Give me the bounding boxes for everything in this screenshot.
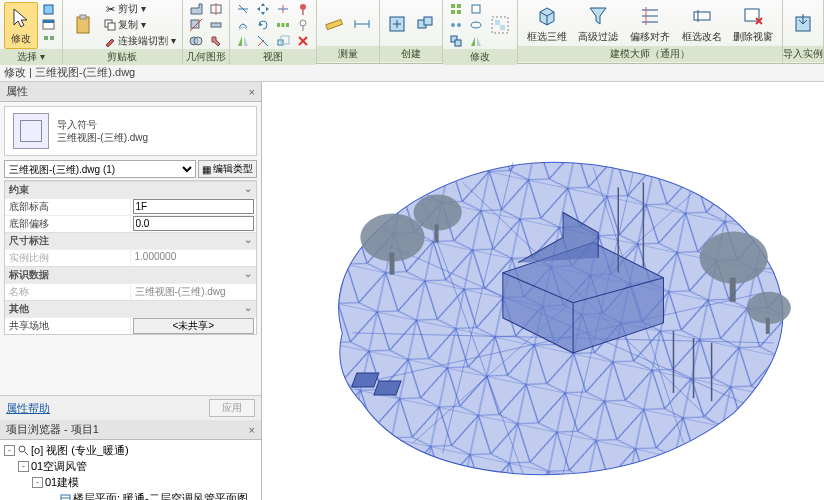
- array-button[interactable]: [274, 17, 292, 33]
- offset-button[interactable]: [234, 17, 252, 33]
- tree-node[interactable]: 楼层平面: 暖通-二层空调风管平面图: [4, 490, 257, 500]
- filter-button[interactable]: [40, 17, 58, 33]
- array3-icon: [449, 18, 463, 32]
- type-prop-button[interactable]: [40, 1, 58, 17]
- ribbon-group-import: 导入实例: [783, 0, 824, 63]
- split-icon: [209, 2, 223, 16]
- tree-toggle[interactable]: -: [18, 461, 29, 472]
- tree-node[interactable]: -01建模: [4, 474, 257, 490]
- type-selector-card[interactable]: 导入符号 三维视图-(三维).dwg: [4, 106, 257, 156]
- tree-toggle[interactable]: -: [4, 445, 15, 456]
- svg-rect-80: [389, 253, 394, 275]
- copy3-button[interactable]: [447, 33, 465, 49]
- svg-point-83: [700, 232, 768, 284]
- align-icon: [236, 2, 250, 16]
- copy-button[interactable]: 复制 ▾: [101, 17, 178, 33]
- join-geom-button[interactable]: [187, 33, 205, 49]
- svg-rect-54: [500, 25, 505, 30]
- grid3d-button[interactable]: [447, 1, 465, 17]
- wall-join-button[interactable]: [207, 17, 225, 33]
- base-offset-input[interactable]: [133, 216, 255, 231]
- project-browser[interactable]: -[o] 视图 (专业_暖通)-01空调风管-01建模楼层平面: 暖通-二层空调…: [0, 440, 261, 500]
- scale-button[interactable]: [274, 33, 292, 49]
- type-thumbnail: [13, 113, 49, 149]
- prop-section-other[interactable]: 其他⌄: [5, 300, 256, 317]
- svg-point-29: [300, 20, 306, 26]
- properties-header[interactable]: 属性 ×: [0, 82, 261, 102]
- pin-icon: [296, 2, 310, 16]
- option3-button[interactable]: [40, 33, 58, 49]
- shared-site-button[interactable]: <未共享>: [133, 318, 255, 334]
- cope-button[interactable]: [187, 1, 205, 17]
- similar-button[interactable]: [412, 12, 438, 36]
- mirror3d-button[interactable]: [467, 33, 485, 49]
- prop-section-identity[interactable]: 标识数据⌄: [5, 266, 256, 283]
- dimension-button[interactable]: [349, 12, 375, 36]
- align-move-button[interactable]: 偏移对齐: [627, 1, 673, 46]
- import-icon: [790, 11, 816, 37]
- rotate-button[interactable]: [254, 17, 272, 33]
- edit-type-button[interactable]: ▦编辑类型: [198, 160, 257, 178]
- adv-filter-button[interactable]: 高级过滤: [575, 1, 621, 46]
- prop-section-dim[interactable]: 尺寸标注⌄: [5, 232, 256, 249]
- instance-selector[interactable]: 三维视图-(三维).dwg (1): [4, 160, 196, 178]
- trim-button[interactable]: [254, 33, 272, 49]
- pin-button[interactable]: [294, 1, 312, 17]
- close-icon[interactable]: ×: [249, 86, 255, 98]
- align3d-button[interactable]: [467, 1, 485, 17]
- rotate3d-button[interactable]: [467, 17, 485, 33]
- delete-button[interactable]: [294, 33, 312, 49]
- svg-point-64: [19, 446, 25, 452]
- grid3d-icon: [449, 2, 463, 16]
- edit-type-icon: ▦: [202, 164, 211, 175]
- properties-help-link[interactable]: 属性帮助: [6, 401, 50, 416]
- funnel-icon: [585, 3, 611, 29]
- group-button[interactable]: [487, 13, 513, 37]
- measure-button[interactable]: [321, 12, 347, 36]
- paste-button[interactable]: [67, 10, 99, 40]
- svg-rect-93: [374, 381, 401, 395]
- create-button[interactable]: [384, 12, 410, 36]
- clipboard-icon: [70, 12, 96, 38]
- similar-icon: [415, 14, 435, 34]
- prop-row: 底部偏移: [5, 215, 256, 232]
- svg-rect-2: [43, 20, 54, 23]
- cut-button[interactable]: ✂剪切 ▾: [101, 1, 178, 17]
- tree-node[interactable]: -01空调风管: [4, 458, 257, 474]
- split-el-button[interactable]: [274, 1, 292, 17]
- dimension-icon: [352, 14, 372, 34]
- match-button[interactable]: 连接端切割 ▾: [101, 33, 178, 49]
- del-view-button[interactable]: 删除视窗: [730, 1, 776, 46]
- ribbon-group-clipboard: ✂剪切 ▾ 复制 ▾ 连接端切割 ▾ 剪贴板: [63, 0, 183, 63]
- ribbon-group-select: 修改 选择 ▾: [0, 0, 63, 63]
- frame3d-button[interactable]: 框选三维: [524, 1, 570, 46]
- split-face-button[interactable]: [207, 1, 225, 17]
- import-inst-button[interactable]: [787, 9, 819, 39]
- close-icon[interactable]: ×: [249, 424, 255, 436]
- move-button[interactable]: [254, 1, 272, 17]
- modify-tool[interactable]: 修改: [4, 2, 38, 49]
- demolish-button[interactable]: [207, 33, 225, 49]
- prop-section-constraints[interactable]: 约束⌄: [5, 181, 256, 198]
- grid-icon: [42, 34, 56, 48]
- unpin-button[interactable]: [294, 17, 312, 33]
- ribbon-group-create: 创建: [380, 0, 443, 63]
- hammer-icon: [209, 34, 223, 48]
- model-viewport[interactable]: [262, 82, 824, 500]
- ribbon-group-label: 测量: [317, 46, 379, 62]
- instance-scale-value: 1.000000: [131, 250, 257, 266]
- tree-node[interactable]: -[o] 视图 (专业_暖通): [4, 442, 257, 458]
- base-level-input[interactable]: [133, 199, 255, 214]
- x-icon: [296, 34, 310, 48]
- browser-header[interactable]: 项目浏览器 - 项目1 ×: [0, 420, 261, 440]
- align-button[interactable]: [234, 1, 252, 17]
- apply-button[interactable]: 应用: [209, 399, 255, 417]
- properties-footer: 属性帮助 应用: [0, 395, 261, 420]
- cut-geom-button[interactable]: [187, 17, 205, 33]
- array3-button[interactable]: [447, 17, 465, 33]
- prop-row: 共享场地 <未共享>: [5, 317, 256, 334]
- svg-point-46: [451, 23, 455, 27]
- mirror-button[interactable]: [234, 33, 252, 49]
- tree-toggle[interactable]: -: [32, 477, 43, 488]
- frame-mod-button[interactable]: 框选改名: [679, 1, 725, 46]
